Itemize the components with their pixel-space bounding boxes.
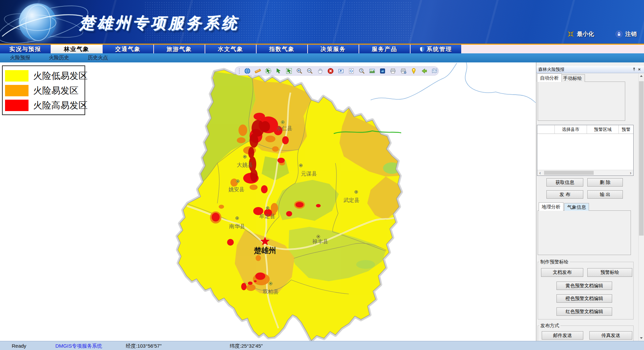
column-warning: 预警 bbox=[619, 125, 633, 134]
publish-button[interactable]: 发 布 bbox=[546, 190, 583, 199]
scroll-down-icon[interactable] bbox=[639, 335, 644, 341]
scroll-right-icon[interactable]: › bbox=[628, 170, 633, 176]
export-button[interactable]: 输 出 bbox=[587, 190, 623, 199]
tab-system-admin[interactable]: 系统管理 bbox=[411, 45, 461, 53]
print-icon[interactable] bbox=[390, 68, 396, 74]
forest-fire-panel: 森林火险预报 × 自动分析 手动标绘 预警日期 2023年 6月16日 预警时次… bbox=[536, 62, 644, 341]
print-setup-icon[interactable] bbox=[400, 68, 407, 74]
svg-text:?: ? bbox=[360, 69, 362, 72]
lock-icon bbox=[615, 31, 623, 38]
select-polygon-icon[interactable] bbox=[265, 68, 271, 74]
tab-manual-plot[interactable]: 手动标绘 bbox=[560, 74, 585, 82]
subtab-fire-risk-history[interactable]: 火险历史 bbox=[49, 55, 69, 61]
panel-close-icon[interactable]: × bbox=[637, 67, 642, 72]
county-label: 南华县 bbox=[229, 223, 245, 229]
legend-row-high: 火险高易发区 bbox=[5, 98, 85, 113]
tab-geo-analysis[interactable]: 地理分析 bbox=[539, 202, 564, 211]
tab-tourism-weather[interactable]: 旅游气象 bbox=[154, 45, 205, 53]
zoom-in-icon[interactable] bbox=[296, 68, 303, 74]
pin-icon[interactable] bbox=[411, 68, 417, 74]
fire-risk-layers bbox=[161, 62, 416, 341]
county-label: 双柏县 bbox=[263, 289, 279, 295]
tab-traffic-weather[interactable]: 交通气象 bbox=[103, 45, 153, 53]
warn-plot-button[interactable]: 预警标绘 bbox=[587, 268, 632, 277]
dock-pin-icon[interactable] bbox=[631, 67, 637, 72]
status-ready: Ready bbox=[12, 343, 26, 349]
full-extent-icon[interactable] bbox=[338, 68, 344, 74]
tab-weather-info[interactable]: 气象信息 bbox=[564, 203, 589, 211]
warning-table-header: 选择县市 预警区域 预警 bbox=[537, 125, 633, 134]
status-longitude: 经度:103°56'57" bbox=[126, 343, 162, 349]
back-icon[interactable] bbox=[421, 68, 427, 74]
tab-auto-analysis[interactable]: 自动分析 bbox=[537, 73, 562, 82]
tab-service-products[interactable]: 服务产品 bbox=[359, 45, 410, 53]
overview-map-icon[interactable] bbox=[379, 68, 386, 74]
map-export-icon[interactable] bbox=[431, 68, 438, 74]
legend-row-low: 火险低易发区 bbox=[5, 68, 85, 83]
legend-swatch-orange bbox=[5, 85, 29, 96]
status-bar: Ready DMGIS专项服务系统 经度:103°56'57" 纬度:25°32… bbox=[0, 341, 644, 350]
doc-publish-button[interactable]: 文档发布 bbox=[541, 268, 583, 277]
county-label: 永仁县 bbox=[276, 126, 292, 131]
header-banner: 楚雄州专项服务系统 最小化 bbox=[0, 0, 644, 44]
get-info-button[interactable]: 获取信息 bbox=[546, 178, 583, 187]
minimize-icon bbox=[567, 31, 574, 38]
geo-analysis-page bbox=[538, 210, 631, 255]
map-legend: 火险低易发区 火险易发区 火险高易发区 bbox=[2, 65, 85, 115]
measure-icon[interactable] bbox=[255, 68, 261, 74]
legend-row-medium: 火险易发区 bbox=[5, 83, 85, 98]
map-toolbar: ? bbox=[235, 66, 439, 76]
column-county: 选择县市 bbox=[555, 125, 587, 134]
table-hscrollbar[interactable]: ‹ › bbox=[537, 170, 633, 176]
select-lasso-icon[interactable] bbox=[286, 68, 292, 74]
zoom-out-icon[interactable] bbox=[307, 68, 313, 74]
identify-icon[interactable]: ? bbox=[359, 68, 365, 74]
sub-nav: 火险预报 火险历史 历史火点 bbox=[0, 53, 644, 62]
app-window: 楚雄州专项服务系统 最小化 bbox=[0, 0, 644, 350]
county-label: 元谋县 bbox=[301, 171, 317, 177]
county-label: 姚安县 bbox=[228, 187, 245, 192]
column-region: 预警区域 bbox=[587, 125, 619, 134]
orange-doc-edit-button[interactable]: 橙色预警文档编辑 bbox=[556, 294, 612, 303]
toolbar-drag-handle[interactable] bbox=[238, 68, 240, 74]
legend-swatch-yellow bbox=[5, 70, 29, 82]
app-title: 楚雄州专项服务系统 bbox=[79, 13, 239, 34]
panel-title-bar: 森林火险预报 × bbox=[536, 66, 644, 73]
hscroll-thumb[interactable] bbox=[544, 171, 594, 175]
scroll-left-icon[interactable]: ‹ bbox=[537, 170, 543, 176]
subtab-historical-fire-points[interactable]: 历史火点 bbox=[88, 55, 108, 61]
warning-table[interactable]: 选择县市 预警区域 预警 ‹ › bbox=[537, 125, 634, 176]
pan-icon[interactable] bbox=[317, 68, 323, 74]
status-latitude: 纬度:25°32'45" bbox=[230, 343, 263, 349]
tab-forestry-weather[interactable]: 林业气象 bbox=[51, 45, 102, 53]
shield-icon bbox=[420, 46, 425, 52]
tab-hydrology-weather[interactable]: 水文气象 bbox=[205, 45, 256, 53]
tab-realtime-forecast[interactable]: 实况与预报 bbox=[0, 45, 51, 53]
panel-vscrollbar[interactable] bbox=[638, 73, 644, 341]
plot-group-label: 制作预警标绘 bbox=[539, 259, 570, 265]
county-label: 大姚县 bbox=[237, 162, 253, 168]
delete-button[interactable]: 删 除 bbox=[587, 178, 623, 187]
select-arrow-icon[interactable] bbox=[275, 68, 282, 74]
column-blank bbox=[537, 125, 555, 134]
tab-index-weather[interactable]: 指数气象 bbox=[257, 45, 307, 53]
prefecture-label: 楚雄州 bbox=[254, 246, 276, 255]
legend-image-icon[interactable] bbox=[369, 68, 375, 74]
globe-icon[interactable] bbox=[244, 68, 251, 74]
logout-button[interactable]: 注销 bbox=[615, 30, 637, 38]
map-workspace: 永仁县 大姚县 元谋县 姚安县 武定县 牟定县 南华县 禄丰县 双柏县 楚雄州 … bbox=[0, 62, 644, 341]
yellow-doc-edit-button[interactable]: 黄色预警文档编辑 bbox=[556, 282, 612, 290]
subtab-fire-risk-forecast[interactable]: 火险预报 bbox=[10, 55, 30, 61]
auto-analysis-page bbox=[538, 82, 625, 121]
vscroll-thumb[interactable] bbox=[639, 81, 644, 236]
email-send-button[interactable]: 邮件发送 bbox=[542, 331, 583, 340]
refresh-icon[interactable] bbox=[348, 68, 355, 74]
stop-icon[interactable] bbox=[327, 68, 334, 74]
publish-group-label: 发布方式 bbox=[539, 323, 560, 329]
minimize-button[interactable]: 最小化 bbox=[567, 30, 594, 38]
fax-send-button[interactable]: 传真发送 bbox=[589, 331, 632, 340]
panel-title: 森林火险预报 bbox=[538, 66, 565, 72]
red-doc-edit-button[interactable]: 红色预警文档编辑 bbox=[556, 307, 612, 316]
scroll-up-icon[interactable] bbox=[639, 73, 644, 79]
tab-decision-service[interactable]: 决策服务 bbox=[308, 45, 359, 53]
